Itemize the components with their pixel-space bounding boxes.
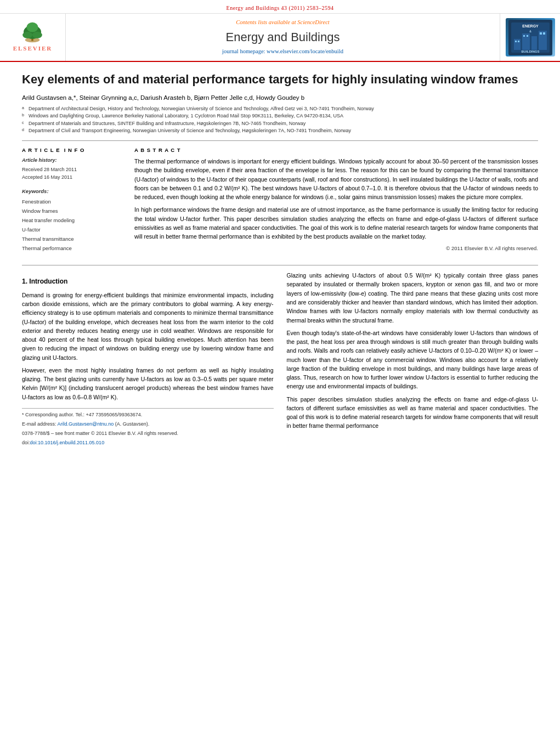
journal-ref: Energy and Buildings 43 (2011) 2583–2594 [227, 5, 334, 11]
homepage-url[interactable]: www.elsevier.com/locate/enbuild [267, 48, 343, 54]
keywords-section: Keywords: Fenestration Window frames Hea… [22, 188, 123, 253]
article-info-label: A R T I C L E I N F O [22, 146, 123, 154]
section1-heading: 1. Introduction [22, 276, 274, 287]
intro-para-2: However, even the most highly insulating… [22, 366, 274, 401]
history-label: Article history: [22, 157, 123, 164]
journal-logo-right: ENERGY & BUILDINGS [500, 14, 560, 61]
svg-rect-10 [531, 36, 537, 50]
col2-para-1: Glazing units achieving U-factors of abo… [287, 271, 539, 325]
issn-line: 0378-7788/$ – see front matter © 2011 El… [22, 430, 274, 438]
col2-para-3: This paper describes simulation studies … [287, 395, 539, 431]
journal-topbar: Energy and Buildings 43 (2011) 2583–2594 [0, 3, 560, 13]
email-note: (A. Gustavsen). [115, 421, 150, 427]
corresponding-author: * Corresponding author. Tel.: +47 735950… [22, 411, 274, 419]
energy-buildings-badge: ENERGY & BUILDINGS [506, 18, 555, 56]
keywords-label: Keywords: [22, 188, 123, 195]
body-content: 1. Introduction Demand is growing for en… [0, 265, 560, 452]
authors-text: Arild Gustavsen a,*, Steinar Grynning a,… [22, 94, 304, 101]
contents-text: Contents lists available at [236, 19, 296, 25]
email-address[interactable]: Arild.Gustavsen@ntnu.no [58, 421, 114, 427]
intro-para-1: Demand is growing for energy-efficient b… [22, 291, 274, 362]
affil-b: b Windows and Daylighting Group, Lawrenc… [22, 112, 538, 120]
body-col-left: 1. Introduction Demand is growing for en… [22, 271, 274, 447]
sciencedirect-link: Contents lists available at ScienceDirec… [236, 19, 330, 27]
elsevier-label: ELSEVIER [13, 44, 53, 53]
svg-rect-16 [540, 32, 542, 35]
email-label: E-mail address: [22, 421, 56, 427]
homepage-label: journal homepage: [222, 48, 265, 54]
keywords-items: Fenestration Window frames Heat transfer… [22, 197, 123, 253]
svg-rect-8 [514, 39, 521, 50]
abstract-para-1: The thermal performance of windows is im… [134, 157, 538, 201]
abstract-para-2: In high performance windows the frame de… [134, 205, 538, 241]
doi-link[interactable]: doi:10.1016/j.enbuild.2011.05.010 [30, 440, 105, 445]
svg-rect-17 [543, 32, 545, 35]
article-content: Key elements of and material performance… [0, 62, 560, 265]
elsevier-logo-container: ELSEVIER [0, 14, 66, 61]
article-title: Key elements of and material performance… [22, 72, 538, 88]
article-authors: Arild Gustavsen a,*, Steinar Grynning a,… [22, 93, 538, 102]
abstract-text: The thermal performance of windows is im… [134, 157, 538, 241]
svg-point-4 [32, 32, 42, 38]
page: Energy and Buildings 43 (2011) 2583–2594… [0, 0, 560, 452]
svg-rect-12 [515, 41, 517, 42]
svg-text:BUILDINGS: BUILDINGS [521, 50, 539, 53]
journal-header-center: Contents lists available at ScienceDirec… [66, 14, 500, 61]
body-two-col: 1. Introduction Demand is growing for en… [22, 271, 538, 447]
elsevier-logo: ELSEVIER [13, 21, 53, 53]
svg-text:ENERGY: ENERGY [522, 24, 539, 28]
sciencedirect-label[interactable]: ScienceDirect [297, 19, 330, 25]
journal-header: Energy and Buildings 43 (2011) 2583–2594… [0, 0, 560, 62]
abstract-col: A B S T R A C T The thermal performance … [134, 146, 538, 260]
badge-graphic: ENERGY & BUILDINGS [508, 20, 552, 55]
copyright: © 2011 Elsevier B.V. All rights reserved… [134, 245, 538, 252]
svg-rect-14 [523, 35, 525, 37]
svg-rect-13 [518, 41, 519, 42]
received-date: Received 28 March 2011 Accepted 16 May 2… [22, 166, 123, 182]
col2-para-2: Even though today's state-of-the-art win… [287, 329, 539, 391]
journal-homepage: journal homepage: www.elsevier.com/locat… [222, 48, 343, 56]
elsevier-tree-icon [16, 21, 49, 43]
affil-d: d Department of Civil and Transport Engi… [22, 127, 538, 135]
email-line: E-mail address: Arild.Gustavsen@ntnu.no … [22, 421, 274, 428]
svg-rect-15 [527, 35, 528, 37]
svg-point-3 [23, 32, 33, 38]
journal-main-header: ELSEVIER Contents lists available at Sci… [0, 13, 560, 61]
doi-line: doi:doi:10.1016/j.enbuild.2011.05.010 [22, 439, 274, 447]
affil-a: a Department of Architectural Design, Hi… [22, 105, 538, 113]
doi-label: doi: [22, 440, 30, 445]
svg-text:&: & [529, 30, 531, 33]
body-col-right: Glazing units achieving U-factors of abo… [287, 271, 539, 447]
abstract-label: A B S T R A C T [134, 146, 538, 154]
affil-c: c Department of Materials and Structures… [22, 120, 538, 128]
journal-title: Energy and Buildings [226, 29, 340, 46]
footnote-section: * Corresponding author. Tel.: +47 735950… [22, 408, 274, 447]
article-history-section: A R T I C L E I N F O Article history: R… [22, 146, 123, 182]
article-info-col: A R T I C L E I N F O Article history: R… [22, 146, 123, 260]
affiliations: a Department of Architectural Design, Hi… [22, 105, 538, 135]
article-info-abstract: A R T I C L E I N F O Article history: R… [22, 146, 538, 260]
svg-point-5 [27, 22, 38, 32]
divider-1 [22, 140, 538, 141]
